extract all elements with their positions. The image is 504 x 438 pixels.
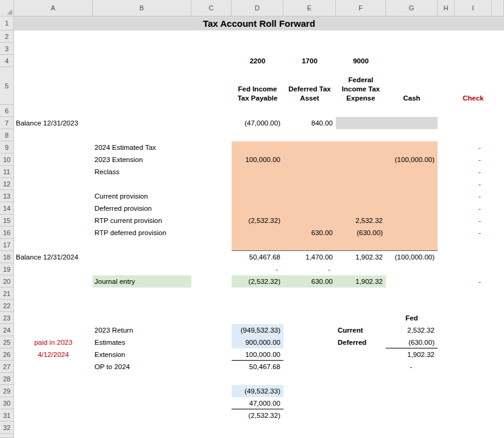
checkrow-payable[interactable]: - [232,263,283,275]
col-header-i[interactable]: I [455,0,492,16]
row-label-rtp-deferred[interactable]: RTP deferred provision [93,227,191,239]
row-label-journal-entry[interactable]: Journal entry [93,275,191,288]
sheet-title[interactable]: Tax Account Roll Forward [14,16,504,30]
val-bal24-cash[interactable]: (100,000.00) [386,251,438,263]
row-header-27[interactable]: 27 [0,361,14,373]
row-header-19[interactable]: 19 [0,263,14,275]
col-header-d[interactable]: D [232,0,283,16]
provision-current-label[interactable]: Current [336,324,386,336]
row-label-balance-2024[interactable]: Balance 12/31/2024 [14,251,93,263]
val-rtpcur-expense[interactable]: 2,532.32 [336,214,386,227]
provision-dash[interactable]: - [386,361,438,373]
row-label-reclass[interactable]: Reclass [93,166,191,178]
row-header-3[interactable]: 3 [0,43,14,55]
row-header-9[interactable]: 9 [0,141,14,154]
row-header-14[interactable]: 14 [0,202,14,214]
val-bal24-payable[interactable]: 50,467.68 [232,251,283,263]
val-je-expense[interactable]: 1,902.32 [336,275,386,288]
row-header-24[interactable]: 24 [0,324,14,336]
col-header-partial[interactable] [492,0,504,16]
check-reclass[interactable]: - [455,166,492,178]
row-label-current-provision[interactable]: Current provision [93,190,191,202]
provision-current-amount[interactable]: 2,532.32 [386,324,438,336]
val-ext23-payable[interactable]: 100,000.00 [232,154,283,166]
col-title-dta[interactable]: Deferred Tax Asset [283,67,336,105]
col-title-check[interactable]: Check [455,67,492,105]
row-label-2023-return[interactable]: 2023 Return [93,324,191,336]
row-header-4[interactable]: 4 [0,55,14,67]
check-rtpdef[interactable]: - [455,227,492,239]
select-all-corner[interactable] [0,0,14,16]
val-rtpdef-expense[interactable]: (630.00) [336,227,386,239]
val-sub2[interactable]: 47,000.00 [232,397,283,409]
row-header-15[interactable]: 15 [0,214,14,227]
row-label-2023-extension[interactable]: 2023 Extension [93,154,191,166]
row-header-30[interactable]: 30 [0,397,14,409]
row-label-rtp-current[interactable]: RTP current provision [93,214,191,227]
row-label-estimates[interactable]: Estimates [93,336,191,348]
val-je-payable[interactable]: (2,532.32) [232,275,283,288]
val-bal24-expense[interactable]: 1,902.32 [336,251,386,263]
check-curprov[interactable]: - [455,190,492,202]
row-header-8[interactable]: 8 [0,129,14,141]
note-paid-in-2023[interactable]: paid in 2023 [14,336,93,348]
val-ext23-cash[interactable]: (100,000.00) [386,154,438,166]
row-header-11[interactable]: 11 [0,166,14,178]
val-bal24-dta[interactable]: 1,470.00 [283,251,336,263]
val-extension-amount[interactable]: 100,000.00 [232,348,283,361]
row-header-22[interactable]: 22 [0,300,14,312]
val-sub3[interactable]: (2,532.32) [232,409,283,422]
row-label-extension[interactable]: Extension [93,348,191,361]
row-header-20[interactable]: 20 [0,275,14,288]
acct-num-payable[interactable]: 2200 [232,55,283,67]
col-title-expense[interactable]: Federal Income Tax Expense [336,67,386,105]
check-est24[interactable]: - [455,141,492,154]
col-header-h[interactable]: H [438,0,455,16]
val-op24-amount[interactable]: 50,467.68 [232,361,283,373]
val-estimates-amount[interactable]: 900,000.00 [232,336,283,348]
row-header-31[interactable]: 31 [0,409,14,422]
acct-num-expense[interactable]: 9000 [336,55,386,67]
col-title-payable[interactable]: Fed Income Tax Payable [232,67,283,105]
provision-total-amount[interactable]: 1,902.32 [386,348,438,361]
col-header-g[interactable]: G [386,0,438,16]
row-header-21[interactable]: 21 [0,288,14,300]
row-header-1[interactable]: 1 [0,16,14,30]
row-header-10[interactable]: 10 [0,154,14,166]
check-blank[interactable]: - [455,178,492,190]
row-header-12[interactable]: 12 [0,178,14,190]
provision-deferred-label[interactable]: Deferred [336,336,386,348]
provision-deferred-amount[interactable]: (630.00) [386,336,438,348]
acct-num-dta[interactable]: 1700 [283,55,336,67]
row-label-balance-2023[interactable]: Balance 12/31/2023 [14,117,93,129]
row-header-5[interactable]: 5 [0,67,14,105]
col-title-cash[interactable]: Cash [386,67,438,105]
row-header-16[interactable]: 16 [0,227,14,239]
row-header-28[interactable]: 28 [0,373,14,385]
col-header-c[interactable]: C [191,0,232,16]
note-4-12-2024[interactable]: 4/12/2024 [14,348,93,361]
row-label-2024-estimated-tax[interactable]: 2024 Estimated Tax [93,141,191,154]
col-header-e[interactable]: E [283,0,336,16]
check-rtpcur[interactable]: - [455,214,492,227]
val-bal23-payable[interactable]: (47,000.00) [232,117,283,129]
row-header-26[interactable]: 26 [0,348,14,361]
row-header-25[interactable]: 25 [0,336,14,348]
val-je-dta[interactable]: 630.00 [283,275,336,288]
row-header-6[interactable]: 6 [0,105,14,117]
row-label-deferred-provision[interactable]: Deferred provision [93,202,191,214]
val-rtpdef-dta[interactable]: 630.00 [283,227,336,239]
row-header-29[interactable]: 29 [0,385,14,397]
provision-fed-header[interactable]: Fed [386,312,438,324]
checkrow-dta[interactable]: - [283,263,336,275]
check-ext23[interactable]: - [455,154,492,166]
row-header-7[interactable]: 7 [0,117,14,129]
row-header-32[interactable]: 32 [0,422,14,434]
check-je[interactable]: - [455,275,492,288]
row-label-op-to-2024[interactable]: OP to 2024 [93,361,191,373]
val-bal23-dta[interactable]: 840.00 [283,117,336,129]
check-defprov[interactable]: - [455,202,492,214]
val-rtpcur-payable[interactable]: (2,532.32) [232,214,283,227]
row-header-18[interactable]: 18 [0,251,14,263]
val-return23-amount[interactable]: (949,532.33) [232,324,283,336]
